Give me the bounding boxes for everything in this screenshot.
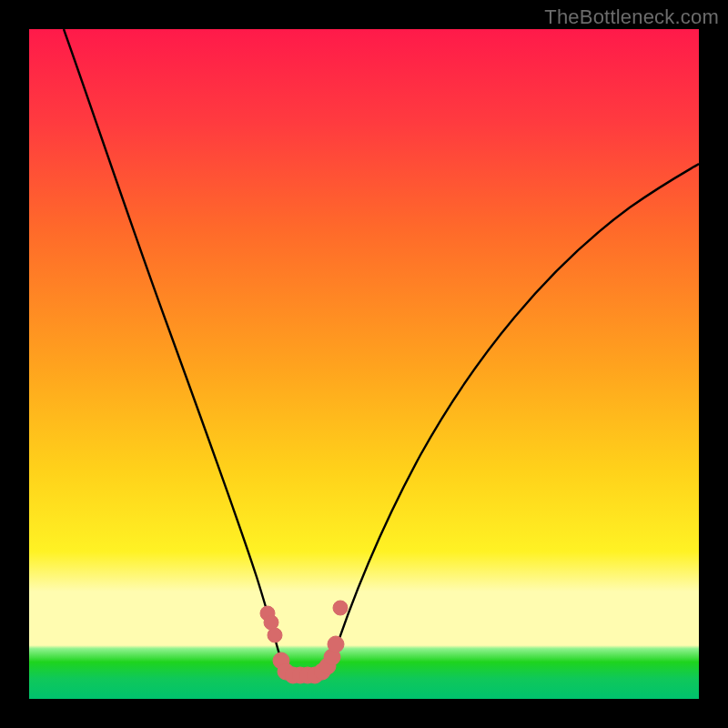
svg-point-12 xyxy=(328,636,344,652)
right-branch-curve xyxy=(329,164,699,668)
chart-frame: TheBottleneck.com xyxy=(0,0,728,728)
chart-svg xyxy=(29,29,699,699)
left-branch-curve xyxy=(64,29,281,661)
watermark-text: TheBottleneck.com xyxy=(544,5,719,29)
plot-area xyxy=(29,29,699,699)
marker-group xyxy=(260,601,348,683)
svg-point-1 xyxy=(264,615,278,630)
svg-point-2 xyxy=(268,628,282,642)
svg-point-13 xyxy=(333,601,348,615)
